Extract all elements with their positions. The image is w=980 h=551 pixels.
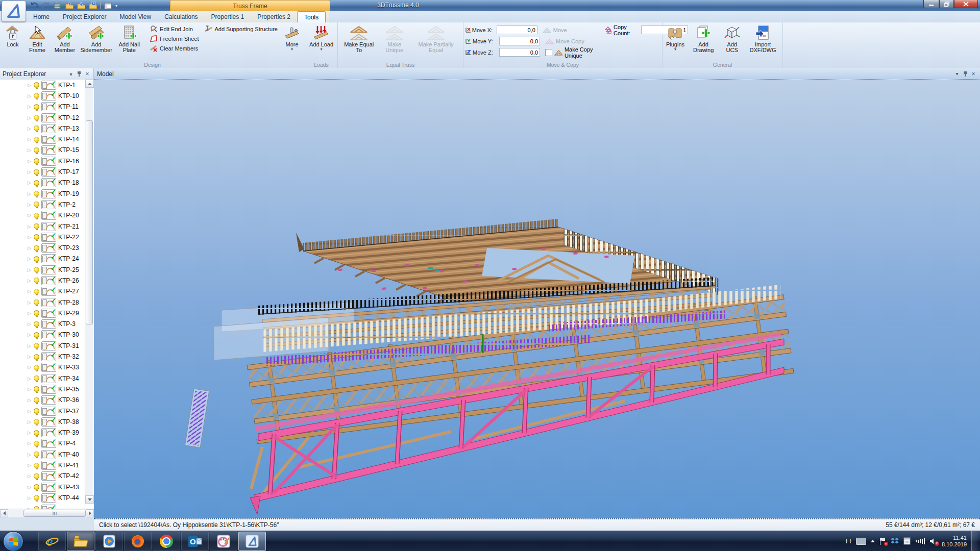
make-copy-unique-checkbox[interactable] <box>545 49 552 56</box>
expand-arrow-icon[interactable]: ▷ <box>28 365 32 370</box>
expand-arrow-icon[interactable]: ▷ <box>28 213 32 218</box>
show-desktop-button[interactable] <box>971 531 978 551</box>
database-add-icon[interactable] <box>53 1 62 10</box>
start-button[interactable] <box>3 531 23 551</box>
pin-icon[interactable] <box>76 70 83 78</box>
move-button[interactable]: Move <box>543 27 603 33</box>
tree-item[interactable]: ▷ ✓ KTP-44 <box>0 492 94 503</box>
move-z-input[interactable] <box>499 48 540 57</box>
tree-item[interactable]: ▷ ✓ KTP-39 <box>0 428 94 438</box>
tree-item[interactable]: ▷ ✓ KTP-24 <box>0 254 94 264</box>
lightbulb-icon[interactable] <box>34 147 39 153</box>
model-viewport[interactable] <box>94 80 980 518</box>
ribbon-tab[interactable]: Properties 2 <box>251 11 297 22</box>
tree-item[interactable]: ▷ ✓ KTP-3 <box>0 319 94 330</box>
tree-item[interactable]: ▷ ✓ KTP-2 <box>0 199 94 210</box>
lightbulb-icon[interactable] <box>34 245 39 251</box>
tree-item[interactable]: ▷ ✓ KTP-15 <box>0 145 94 156</box>
windows-explorer-icon[interactable] <box>67 532 94 551</box>
taskbar-clock[interactable]: 11:41 8.10.2019 <box>942 535 967 548</box>
expand-arrow-icon[interactable]: ▷ <box>28 332 32 337</box>
tree-item[interactable]: ▷ ✓ KTP-20 <box>0 210 94 221</box>
expand-arrow-icon[interactable]: ▷ <box>28 463 32 468</box>
tree-item[interactable]: ▷ ✓ KTP-19 <box>0 188 94 199</box>
tree-item[interactable]: ▷ ✓ KTP-10 <box>0 90 94 101</box>
lightbulb-icon[interactable] <box>34 430 39 436</box>
expand-arrow-icon[interactable]: ▷ <box>28 224 32 229</box>
lightbulb-icon[interactable] <box>34 234 39 240</box>
internet-explorer-icon[interactable]: e <box>38 532 66 551</box>
tree-item[interactable]: ▷ ✓ KTP-41 <box>0 460 94 470</box>
edit-frame-button[interactable]: Edit Frame <box>24 24 50 54</box>
undo-icon[interactable] <box>30 1 39 10</box>
tree-item[interactable]: ▷ ✓ KTP-12 <box>0 112 94 123</box>
chevron-down-icon[interactable]: ▾ <box>115 4 117 8</box>
close-button[interactable] <box>954 0 978 8</box>
tree-vertical-scrollbar[interactable] <box>85 80 93 504</box>
expand-arrow-icon[interactable]: ▷ <box>28 202 32 207</box>
make-copy-unique-button[interactable]: Make Copy Unique <box>545 46 610 59</box>
move-y-input[interactable] <box>499 37 540 45</box>
folder-up-icon[interactable] <box>65 1 74 10</box>
lightbulb-icon[interactable] <box>34 484 39 490</box>
expand-arrow-icon[interactable]: ▷ <box>28 397 32 403</box>
lightbulb-icon[interactable] <box>34 386 39 392</box>
contextual-tab-group[interactable]: Truss Frame <box>170 0 330 11</box>
lightbulb-icon[interactable] <box>34 310 39 316</box>
tree-item[interactable]: ▷ ✓ KTP-1 <box>0 80 94 90</box>
language-indicator[interactable]: FI <box>846 538 851 545</box>
move-x-input[interactable] <box>497 26 537 34</box>
expand-arrow-icon[interactable]: ▷ <box>28 104 32 109</box>
network-signal-icon[interactable] <box>916 538 925 544</box>
lightbulb-icon[interactable] <box>34 169 39 175</box>
panel-menu-icon[interactable]: ▾ <box>67 70 75 78</box>
ribbon-tab[interactable]: Properties 1 <box>205 11 251 22</box>
make-equal-to-button[interactable]: Make Equal To <box>339 24 379 54</box>
lightbulb-icon[interactable] <box>34 158 39 164</box>
lightbulb-icon[interactable] <box>34 473 39 479</box>
tree-item[interactable]: ▷ ✓ KTP-35 <box>0 384 94 394</box>
expand-arrow-icon[interactable]: ▷ <box>28 191 32 196</box>
lightbulb-icon[interactable] <box>34 104 39 110</box>
scrollbar-thumb[interactable] <box>23 510 86 517</box>
expand-arrow-icon[interactable]: ▷ <box>28 300 32 305</box>
tree-item[interactable]: ▷ ✓ KTP-40 <box>0 449 94 460</box>
tree-item[interactable]: ▷ ✓ KTP-31 <box>0 340 94 351</box>
tree-item[interactable]: ▷ ✓ KTP-43 <box>0 482 94 492</box>
lightbulb-icon[interactable] <box>34 452 39 457</box>
tree-item[interactable]: ▷ ✓ KTP-16 <box>0 156 94 166</box>
expand-arrow-icon[interactable]: ▷ <box>28 235 32 240</box>
add-load-button[interactable]: Add Load ▾ <box>308 24 334 52</box>
tree-item[interactable]: ▷ ✓ KTP-34 <box>0 373 94 384</box>
volume-muted-icon[interactable]: ⊘ <box>929 538 937 545</box>
lightbulb-icon[interactable] <box>34 354 39 360</box>
lightbulb-icon[interactable] <box>34 223 39 229</box>
expand-arrow-icon[interactable]: ▷ <box>28 495 32 500</box>
expand-arrow-icon[interactable]: ▷ <box>28 169 32 174</box>
lightbulb-icon[interactable] <box>34 137 39 142</box>
close-icon[interactable]: × <box>970 70 977 78</box>
tree-item[interactable]: ▷ ✓ KTP-11 <box>0 102 94 112</box>
expand-arrow-icon[interactable]: ▷ <box>28 147 32 153</box>
tree-item[interactable]: ▷ ✓ KTP-4 <box>0 438 94 449</box>
move-copy-button[interactable]: Move Copy <box>545 38 610 44</box>
expand-arrow-icon[interactable]: ▷ <box>28 430 32 435</box>
dropbox-icon[interactable] <box>891 538 899 545</box>
edit-end-join-button[interactable]: Edit End Join <box>149 24 200 34</box>
expand-arrow-icon[interactable]: ▷ <box>28 278 32 283</box>
3dtrussme-taskbar-icon[interactable] <box>238 532 266 551</box>
make-partially-equal-button[interactable]: Make Partially Equal <box>410 24 462 54</box>
clear-members-button[interactable]: Clear Members <box>149 43 200 53</box>
add-drawing-button[interactable]: Add Drawing <box>687 24 720 54</box>
chrome-icon[interactable] <box>153 532 180 551</box>
lock-button[interactable]: Lock <box>1 24 24 48</box>
expand-arrow-icon[interactable]: ▷ <box>28 343 32 348</box>
import-dxf-button[interactable]: DXF Import DXF/DWG <box>744 24 781 54</box>
add-sidemember-button[interactable]: Add Sidemember <box>80 24 113 54</box>
tree-item[interactable]: ▷ ✓ KTP-29 <box>0 308 94 318</box>
expand-arrow-icon[interactable]: ▷ <box>28 321 32 327</box>
hidden-icons-arrow[interactable] <box>871 540 875 542</box>
folder-save-icon[interactable] <box>88 1 97 10</box>
expand-arrow-icon[interactable]: ▷ <box>28 245 32 251</box>
expand-arrow-icon[interactable]: ▷ <box>28 485 32 490</box>
